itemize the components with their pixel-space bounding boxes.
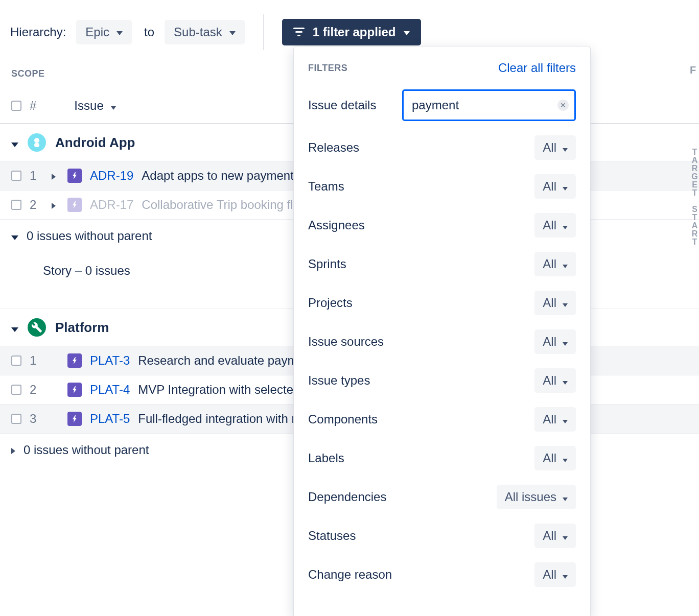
filter-value-select[interactable]: All [534, 213, 576, 238]
filters-applied-button[interactable]: 1 filter applied [282, 19, 422, 45]
filter-label: Dependencies [308, 490, 386, 504]
filter-label: Statuses [308, 529, 356, 543]
filter-row: Issue sourcesAll [308, 329, 576, 354]
chevron-down-icon [563, 567, 568, 582]
row-checkbox[interactable] [11, 356, 21, 366]
expand-row-icon[interactable] [48, 198, 59, 212]
row-checkbox[interactable] [11, 171, 21, 181]
hierarchy-to-value: Sub-task [174, 25, 222, 39]
issue-key-link[interactable]: PLAT-3 [90, 353, 130, 368]
row-checkbox[interactable] [11, 200, 21, 210]
filter-label: Change reason [308, 567, 392, 582]
filter-row: ComponentsAll [308, 407, 576, 432]
vertical-divider [263, 14, 264, 50]
filter-value-select[interactable]: All issues [497, 485, 576, 509]
filter-row: Issue typesAll [308, 368, 576, 393]
filter-label: Teams [308, 179, 344, 194]
chevron-down-icon [563, 218, 568, 232]
filter-value: All [543, 335, 556, 349]
row-number: 1 [30, 169, 40, 183]
project-avatar [28, 318, 46, 337]
filter-label: Issue sources [308, 335, 384, 349]
svg-rect-1 [34, 143, 39, 147]
filter-row: LabelsAll [308, 446, 576, 470]
issues-without-parent-label: 0 issues without parent [24, 443, 149, 457]
filter-label: Issue types [308, 373, 370, 388]
filter-label: Projects [308, 296, 353, 310]
filter-value-select[interactable]: All [534, 291, 576, 315]
filter-icon [293, 28, 305, 37]
filter-value-select[interactable]: All [534, 524, 576, 548]
hierarchy-to-select[interactable]: Sub-task [165, 20, 245, 44]
chevron-down-icon [563, 179, 568, 194]
issue-key-link[interactable]: ADR-19 [90, 169, 133, 183]
epic-icon [67, 353, 82, 368]
chevron-down-icon [563, 296, 568, 310]
filter-value: All [543, 373, 556, 388]
chevron-down-icon [563, 412, 568, 427]
filter-value-select[interactable]: All [534, 174, 576, 199]
row-number: 3 [30, 412, 40, 426]
clear-input-icon[interactable]: ✕ [557, 100, 569, 111]
filter-value: All [543, 218, 556, 232]
target-start-label: TARGET START [690, 148, 699, 246]
column-hash: # [30, 99, 36, 113]
filter-value-select[interactable]: All [534, 368, 576, 393]
hierarchy-label: Hierarchy: [10, 25, 66, 39]
filter-value-select[interactable]: All [534, 135, 576, 160]
filter-row: AssigneesAll [308, 213, 576, 238]
filter-value-select[interactable]: All [534, 329, 576, 354]
filter-value-select[interactable]: All [534, 446, 576, 470]
filter-value-select[interactable]: All [534, 562, 576, 587]
filter-value: All [543, 567, 556, 582]
truncated-column-headers: F TARGET START [690, 64, 699, 246]
issue-column-header[interactable]: Issue [74, 99, 115, 113]
row-number: 1 [30, 353, 40, 368]
filter-label: Labels [308, 451, 344, 465]
filter-label: Releases [308, 140, 359, 155]
group-name: Platform [55, 320, 109, 336]
filter-value-select[interactable]: All [534, 252, 576, 276]
issue-key-link[interactable]: ADR-17 [90, 198, 133, 212]
filter-row: ReleasesAll [308, 135, 576, 160]
filter-row: SprintsAll [308, 252, 576, 276]
row-checkbox[interactable] [11, 414, 21, 424]
hierarchy-from-select[interactable]: Epic [76, 20, 132, 44]
select-all-checkbox[interactable] [11, 101, 21, 111]
chevron-down-icon [563, 140, 568, 155]
row-checkbox[interactable] [11, 385, 21, 395]
issue-key-link[interactable]: PLAT-5 [90, 412, 130, 426]
issue-summary: Full-fledged integration with r [138, 412, 295, 426]
row-number: 2 [30, 198, 40, 212]
svg-point-0 [34, 138, 39, 143]
filter-value: All [543, 451, 556, 465]
filters-applied-label: 1 filter applied [313, 25, 396, 39]
issue-summary: Research and evaluate payme [138, 353, 305, 368]
epic-icon [67, 198, 82, 212]
filter-value: All [543, 140, 556, 155]
issue-key-link[interactable]: PLAT-4 [90, 383, 130, 397]
chevron-down-icon [229, 25, 236, 39]
issue-column-label: Issue [74, 99, 103, 113]
filter-row: ProjectsAll [308, 291, 576, 315]
chevron-down-icon [563, 257, 568, 271]
chevron-down-icon [11, 229, 18, 243]
group-name: Android App [55, 135, 135, 151]
issue-details-search-input[interactable] [402, 89, 576, 121]
filter-value: All [543, 257, 556, 271]
filters-panel-title: FILTERS [308, 63, 347, 74]
chevron-down-icon [116, 25, 123, 39]
epic-icon [67, 383, 82, 397]
expand-row-icon[interactable] [48, 169, 59, 183]
clear-all-filters-link[interactable]: Clear all filters [498, 61, 576, 75]
filter-value: All [543, 529, 556, 543]
filter-value: All issues [505, 490, 556, 504]
filter-value-select[interactable]: All [534, 407, 576, 432]
chevron-right-icon [11, 443, 15, 457]
filter-value: All [543, 179, 556, 194]
issue-summary: Collaborative Trip booking flo [142, 198, 300, 212]
issues-without-parent-label: 0 issues without parent [27, 229, 152, 243]
hierarchy-to-label: to [144, 25, 154, 39]
epic-icon [67, 169, 82, 183]
chevron-down-icon [563, 490, 568, 504]
